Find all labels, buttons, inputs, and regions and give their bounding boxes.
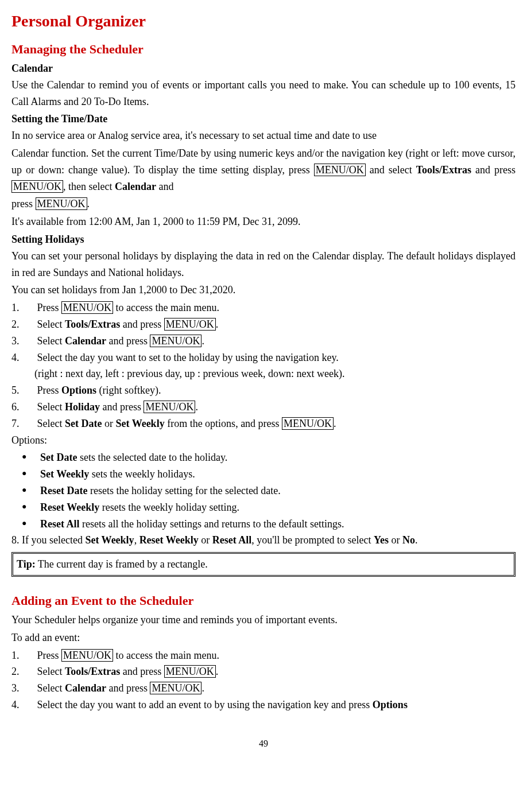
subheading-holidays: Setting Holidays bbox=[11, 231, 516, 248]
label: Reset Weekly bbox=[40, 502, 99, 513]
reset-all-label: Reset All bbox=[212, 534, 251, 546]
text: and press bbox=[100, 401, 144, 413]
text: or bbox=[389, 534, 402, 546]
menu-ok-key: MENU/OK bbox=[11, 180, 63, 193]
menu-ok-key: MENU/OK bbox=[36, 197, 87, 210]
label: Reset All bbox=[40, 518, 79, 530]
no-label: No bbox=[402, 534, 415, 546]
text: Select bbox=[37, 318, 65, 330]
step-6: Select Holiday and press MENU/OK. bbox=[11, 399, 516, 415]
step-7: Select Set Date or Set Weekly from the o… bbox=[11, 415, 516, 432]
text: press bbox=[11, 198, 36, 209]
text: and press bbox=[471, 164, 516, 176]
text: to access the main menu. bbox=[113, 302, 219, 313]
text: Select bbox=[37, 335, 65, 347]
text: sets the selected date to the holiday. bbox=[77, 452, 227, 463]
options-label: Options bbox=[373, 699, 408, 710]
text: . bbox=[202, 682, 204, 694]
section-heading-adding-event: Adding an Event to the Scheduler bbox=[11, 590, 516, 611]
text: , then select bbox=[63, 181, 115, 192]
text: . bbox=[334, 418, 336, 429]
add-event-steps-list: Press MENU/OK to access the main menu. S… bbox=[11, 647, 516, 713]
text: from the options, and press bbox=[165, 418, 282, 429]
text: and press bbox=[120, 318, 164, 330]
text: Select bbox=[37, 666, 65, 677]
calendar-label: Calendar bbox=[65, 335, 106, 347]
adding-event-intro: Your Scheduler helps organize your time … bbox=[11, 612, 516, 628]
options-heading: Options: bbox=[11, 432, 516, 449]
text: Press bbox=[37, 384, 62, 396]
tip-label: Tip: bbox=[17, 558, 36, 570]
tip-text: The current day is framed by a rectangle… bbox=[36, 558, 208, 570]
subheading-calendar: Calendar bbox=[11, 60, 516, 77]
tools-extras-label: Tools/Extras bbox=[65, 666, 120, 677]
option-set-date: Set Date sets the selected date to the h… bbox=[11, 449, 516, 466]
text: resets all the holiday settings and retu… bbox=[79, 518, 344, 530]
option-set-weekly: Set Weekly sets the weekly holidays. bbox=[11, 466, 516, 483]
menu-ok-key: MENU/OK bbox=[61, 301, 113, 314]
options-bullet-list: Set Date sets the selected date to the h… bbox=[11, 449, 516, 532]
menu-ok-key: MENU/OK bbox=[150, 335, 202, 347]
text: Select the day you want to set to the ho… bbox=[37, 352, 339, 363]
text: sets the weekly holidays. bbox=[89, 468, 195, 480]
text: Press bbox=[37, 302, 62, 313]
menu-ok-key: MENU/OK bbox=[150, 682, 202, 694]
text: resets the weekly holiday setting. bbox=[99, 502, 239, 513]
to-add-event: To add an event: bbox=[11, 630, 516, 646]
option-reset-date: Reset Date resets the holiday setting fo… bbox=[11, 483, 516, 499]
set-date-label: Set Date bbox=[65, 418, 102, 429]
text: Select bbox=[37, 418, 65, 429]
menu-ok-key: MENU/OK bbox=[282, 417, 334, 430]
text: . bbox=[415, 534, 418, 546]
step-4-sub: (right : next day, left : previous day, … bbox=[11, 366, 516, 382]
text: , you'll be prompted to select bbox=[251, 534, 374, 546]
section-heading-managing: Managing the Scheduler bbox=[11, 39, 516, 59]
step-2: Select Tools/Extras and press MENU/OK. bbox=[11, 316, 516, 333]
menu-ok-key: MENU/OK bbox=[314, 164, 366, 176]
step-8: 8. If you selected Set Weekly, Reset Wee… bbox=[11, 532, 516, 549]
step-3: Select Calendar and press MENU/OK. bbox=[11, 333, 516, 349]
text: to access the main menu. bbox=[113, 650, 219, 661]
add-step-4: Select the day you want to add an event … bbox=[11, 697, 516, 713]
label: Reset Date bbox=[40, 485, 87, 496]
time-date-line2: Calendar function. Set the current Time/… bbox=[11, 145, 516, 195]
text: Press bbox=[37, 650, 62, 661]
tools-extras-label: Tools/Extras bbox=[416, 164, 471, 176]
text: . bbox=[202, 335, 204, 347]
reset-weekly-label: Reset Weekly bbox=[140, 534, 199, 546]
text: and select bbox=[366, 164, 416, 176]
options-label: Options bbox=[61, 384, 96, 396]
tools-extras-label: Tools/Extras bbox=[65, 318, 120, 330]
text: or bbox=[199, 534, 212, 546]
holiday-label: Holiday bbox=[65, 401, 100, 413]
holidays-description: You can set your personal holidays by di… bbox=[11, 248, 516, 281]
text: and press bbox=[120, 666, 164, 677]
option-reset-weekly: Reset Weekly resets the weekly holiday s… bbox=[11, 499, 516, 516]
option-reset-all: Reset All resets all the holiday setting… bbox=[11, 516, 516, 533]
step-4: Select the day you want to set to the ho… bbox=[11, 349, 516, 366]
holidays-range: You can set holidays from Jan 1,2000 to … bbox=[11, 282, 516, 298]
holidays-steps-list-cont: Press Options (right softkey). Select Ho… bbox=[11, 382, 516, 432]
text: . bbox=[87, 198, 90, 209]
text: . bbox=[216, 318, 219, 330]
time-available-range: It's available from 12:00 AM, Jan 1, 200… bbox=[11, 213, 516, 230]
calendar-description: Use the Calendar to remind you of events… bbox=[11, 77, 516, 110]
page-title: Personal Organizer bbox=[11, 9, 516, 34]
text: , bbox=[134, 534, 140, 546]
text: resets the holiday setting for the selec… bbox=[87, 485, 280, 496]
holidays-steps-list: Press MENU/OK to access the main menu. S… bbox=[11, 300, 516, 366]
add-step-1: Press MENU/OK to access the main menu. bbox=[11, 647, 516, 664]
step-5: Press Options (right softkey). bbox=[11, 382, 516, 399]
text: Select bbox=[37, 682, 65, 694]
calendar-label: Calendar bbox=[115, 181, 156, 192]
yes-label: Yes bbox=[374, 534, 389, 546]
add-step-2: Select Tools/Extras and press MENU/OK. bbox=[11, 663, 516, 680]
tip-box: Tip: The current day is framed by a rect… bbox=[11, 552, 516, 577]
text: Select bbox=[37, 401, 65, 413]
label: Set Date bbox=[40, 452, 77, 463]
time-date-line1: In no service area or Analog service are… bbox=[11, 127, 516, 144]
set-weekly-label: Set Weekly bbox=[85, 534, 134, 546]
set-weekly-label: Set Weekly bbox=[115, 418, 164, 429]
text: (right softkey). bbox=[96, 384, 161, 396]
menu-ok-key: MENU/OK bbox=[144, 401, 195, 413]
